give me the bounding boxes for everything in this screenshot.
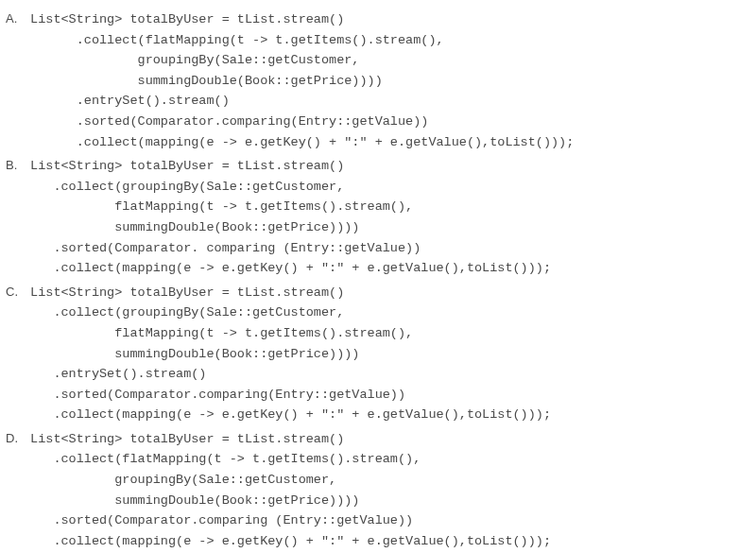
code-line: .collect(flatMapping(t -> t.getItems().s… [30, 449, 551, 470]
code-line: flatMapping(t -> t.getItems().stream(), [30, 323, 551, 344]
code-line: summingDouble(Book::getPrice)))) [30, 344, 551, 365]
code-line: flatMapping(t -> t.getItems().stream(), [30, 197, 551, 217]
code-block: List<String> totalByUser = tList.stream(… [30, 156, 551, 279]
code-line: .sorted(Comparator.comparing(Entry::getV… [30, 112, 574, 132]
option-c: C. List<String> totalByUser = tList.stre… [6, 283, 750, 425]
code-line: groupingBy(Sale::getCustomer, [30, 50, 574, 71]
code-line: .entrySet().stream() [30, 91, 574, 112]
code-line: .collect(groupingBy(Sale::getCustomer, [30, 177, 551, 198]
code-line: summingDouble(Book::getPrice)))) [30, 217, 551, 238]
code-line: .collect(mapping(e -> e.getKey() + ":" +… [30, 132, 574, 153]
code-line: List<String> totalByUser = tList.stream(… [30, 156, 551, 177]
code-line: List<String> totalByUser = tList.stream(… [30, 429, 551, 450]
code-line: summingDouble(Book::getPrice)))) [30, 491, 551, 511]
code-block: List<String> totalByUser = tList.stream(… [30, 283, 551, 425]
code-line: List<String> totalByUser = tList.stream(… [30, 9, 574, 30]
code-line: .collect(mapping(e -> e.getKey() + ":" +… [30, 531, 551, 552]
code-line: .sorted(Comparator. comparing (Entry::ge… [30, 238, 551, 259]
option-a: A. List<String> totalByUser = tList.stre… [6, 9, 750, 152]
code-line: .collect(flatMapping(t -> t.getItems().s… [30, 30, 574, 51]
option-label: C. [6, 283, 23, 302]
code-line: groupingBy(Sale::getCustomer, [30, 470, 551, 491]
code-line: .collect(groupingBy(Sale::getCustomer, [30, 302, 551, 323]
option-label: D. [6, 429, 23, 449]
code-line: summingDouble(Book::getPrice)))) [30, 71, 574, 92]
option-d: D. List<String> totalByUser = tList.stre… [6, 429, 750, 552]
code-line: .collect(mapping(e -> e.getKey() + ":" +… [30, 405, 551, 425]
option-b: B. List<String> totalByUser = tList.stre… [6, 156, 750, 279]
code-line: .sorted(Comparator.comparing(Entry::getV… [30, 385, 551, 406]
option-label: A. [6, 9, 23, 29]
code-block: List<String> totalByUser = tList.stream(… [30, 9, 574, 152]
option-label: B. [6, 156, 23, 176]
code-line: .collect(mapping(e -> e.getKey() + ":" +… [30, 258, 551, 279]
code-block: List<String> totalByUser = tList.stream(… [30, 429, 551, 552]
code-line: List<String> totalByUser = tList.stream(… [30, 283, 551, 303]
code-line: .entrySet().stream() [30, 364, 551, 385]
code-line: .sorted(Comparator.comparing (Entry::get… [30, 510, 551, 531]
